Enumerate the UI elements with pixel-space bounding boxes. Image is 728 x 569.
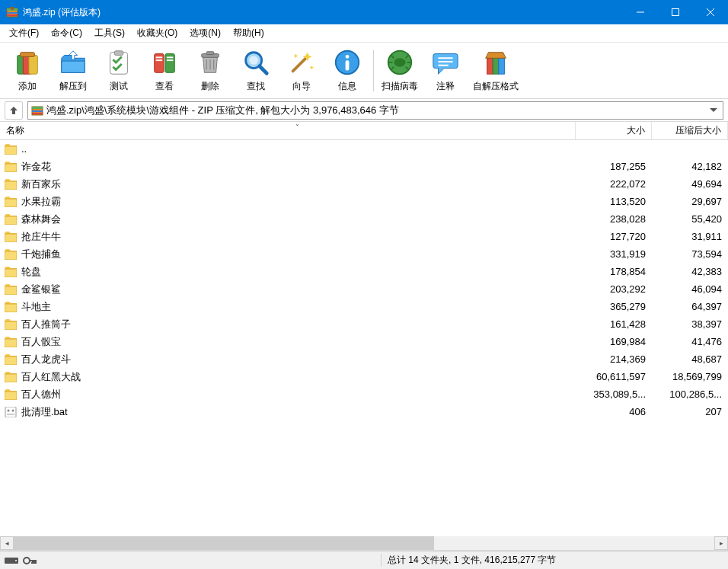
cell-name: 水果拉霸 bbox=[0, 195, 576, 209]
sort-indicator-icon: ⌄ bbox=[295, 122, 300, 127]
scroll-right-button[interactable]: ▸ bbox=[714, 536, 728, 550]
svg-rect-15 bbox=[156, 59, 163, 61]
path-box[interactable]: 鸿盛.zip\鸿盛\系统模块\游戏组件 - ZIP 压缩文件, 解包大小为 3,… bbox=[27, 101, 723, 120]
column-packed[interactable]: 压缩后大小 bbox=[652, 122, 728, 139]
info-button[interactable]: 信息 bbox=[324, 44, 370, 97]
test-button[interactable]: 测试 bbox=[96, 44, 142, 97]
table-row[interactable]: 百人德州353,089,5...100,286,5... bbox=[0, 385, 728, 403]
find-button[interactable]: 查找 bbox=[233, 44, 279, 97]
file-name: .. bbox=[21, 143, 27, 155]
sfx-button[interactable]: 自解压格式 bbox=[468, 44, 523, 97]
info-label: 信息 bbox=[338, 80, 356, 93]
table-row[interactable]: 百人龙虎斗214,36948,687 bbox=[0, 350, 728, 368]
svg-point-21 bbox=[249, 56, 257, 64]
scroll-track[interactable] bbox=[14, 536, 714, 550]
cell-size: 60,611,597 bbox=[576, 371, 652, 382]
toolbar: 添加 解压到 测试 查看 删除 查找 向导 信息 扫描病毒 注释 自解压格式 bbox=[0, 43, 728, 99]
table-row[interactable]: 千炮捕鱼331,91973,594 bbox=[0, 245, 728, 263]
delete-label: 删除 bbox=[201, 80, 219, 93]
cell-packed: 100,286,5... bbox=[652, 388, 728, 400]
table-row[interactable]: 批清理.bat406207 bbox=[0, 403, 728, 420]
svg-rect-5 bbox=[672, 9, 679, 16]
table-row[interactable]: 诈金花187,25542,182 bbox=[0, 158, 728, 175]
delete-button[interactable]: 删除 bbox=[187, 44, 233, 97]
add-button[interactable]: 添加 bbox=[5, 44, 50, 97]
up-arrow-icon bbox=[8, 105, 19, 116]
menu-file[interactable]: 文件(F) bbox=[3, 25, 45, 41]
cell-packed: 42,383 bbox=[652, 266, 728, 277]
svg-rect-11 bbox=[114, 51, 123, 56]
menu-fav[interactable]: 收藏夹(O) bbox=[131, 25, 184, 41]
menu-tools[interactable]: 工具(S) bbox=[88, 25, 131, 41]
cell-name: 千炮捕鱼 bbox=[0, 248, 576, 261]
cell-name: 斗地主 bbox=[0, 300, 576, 314]
cell-name: 批清理.bat bbox=[0, 405, 576, 419]
cell-size: 178,854 bbox=[576, 266, 652, 277]
path-dropdown-icon[interactable] bbox=[707, 108, 720, 113]
svg-rect-29 bbox=[499, 58, 505, 74]
scan-button[interactable]: 扫描病毒 bbox=[377, 44, 423, 97]
path-text: 鸿盛.zip\鸿盛\系统模块\游戏组件 - ZIP 压缩文件, 解包大小为 3,… bbox=[46, 104, 399, 117]
file-name: 百人推筒子 bbox=[21, 318, 71, 331]
table-row[interactable]: 水果拉霸113,52029,697 bbox=[0, 193, 728, 210]
svg-rect-13 bbox=[165, 54, 174, 73]
svg-rect-16 bbox=[167, 56, 174, 58]
cell-name: 百人红黑大战 bbox=[0, 370, 576, 384]
folder-icon bbox=[5, 144, 17, 155]
cell-size: 161,428 bbox=[576, 318, 652, 330]
view-button[interactable]: 查看 bbox=[142, 44, 187, 97]
minimize-button[interactable] bbox=[623, 0, 658, 24]
folder-icon bbox=[5, 389, 17, 400]
cell-name: 百人推筒子 bbox=[0, 318, 576, 331]
cell-size: 214,369 bbox=[576, 353, 652, 365]
folder-icon bbox=[5, 267, 17, 277]
cell-name: 诈金花 bbox=[0, 160, 576, 174]
up-button[interactable] bbox=[5, 101, 23, 120]
status-bar: 总计 14 文件夹, 1 文件, 416,215,277 字节 bbox=[0, 551, 728, 569]
scroll-thumb[interactable] bbox=[14, 536, 434, 550]
menu-cmd[interactable]: 命令(C) bbox=[45, 25, 88, 41]
window-title: 鸿盛.zip (评估版本) bbox=[23, 6, 623, 19]
extract-icon bbox=[59, 48, 88, 77]
table-row[interactable]: 百人推筒子161,42838,397 bbox=[0, 315, 728, 333]
cell-packed: 31,911 bbox=[652, 231, 728, 242]
table-row[interactable]: 森林舞会238,02855,420 bbox=[0, 210, 728, 228]
extract-label: 解压到 bbox=[59, 80, 87, 93]
folder-icon bbox=[5, 232, 17, 242]
scroll-left-button[interactable]: ◂ bbox=[0, 536, 14, 550]
table-row[interactable]: .. bbox=[0, 140, 728, 158]
table-row[interactable]: 金鲨银鲨203,29246,094 bbox=[0, 280, 728, 298]
comment-button[interactable]: 注释 bbox=[423, 44, 468, 97]
table-row[interactable]: 斗地主365,27964,397 bbox=[0, 298, 728, 315]
sfx-icon bbox=[481, 48, 510, 77]
table-row[interactable]: 新百家乐222,07249,694 bbox=[0, 175, 728, 193]
svg-point-35 bbox=[8, 409, 10, 411]
status-left bbox=[0, 556, 381, 565]
test-label: 测试 bbox=[110, 80, 128, 93]
view-label: 查看 bbox=[155, 80, 174, 93]
status-text: 总计 14 文件夹, 1 文件, 416,215,277 字节 bbox=[381, 554, 728, 567]
folder-icon bbox=[5, 302, 17, 312]
table-row[interactable]: 百人红黑大战60,611,59718,569,799 bbox=[0, 368, 728, 385]
column-name[interactable]: 名称 ⌄ bbox=[0, 122, 576, 139]
horizontal-scrollbar[interactable]: ◂ ▸ bbox=[0, 536, 728, 550]
file-icon bbox=[5, 407, 17, 417]
scan-icon bbox=[385, 48, 414, 77]
cell-packed: 46,094 bbox=[652, 283, 728, 295]
table-row[interactable]: 百人骰宝169,98441,476 bbox=[0, 333, 728, 350]
column-size[interactable]: 大小 bbox=[576, 122, 652, 139]
table-row[interactable]: 轮盘178,85442,383 bbox=[0, 263, 728, 280]
cell-packed: 55,420 bbox=[652, 213, 728, 225]
wizard-button[interactable]: 向导 bbox=[279, 44, 324, 97]
maximize-button[interactable] bbox=[658, 0, 693, 24]
list-body[interactable]: ..诈金花187,25542,182新百家乐222,07249,694水果拉霸1… bbox=[0, 140, 728, 536]
extract-button[interactable]: 解压到 bbox=[50, 44, 96, 97]
menu-opt[interactable]: 选项(N) bbox=[184, 25, 227, 41]
close-button[interactable] bbox=[693, 0, 728, 24]
cell-packed: 29,697 bbox=[652, 196, 728, 207]
table-row[interactable]: 抢庄牛牛127,72031,911 bbox=[0, 228, 728, 245]
svg-rect-31 bbox=[32, 107, 43, 109]
svg-rect-8 bbox=[29, 56, 37, 75]
menu-help[interactable]: 帮助(H) bbox=[227, 25, 270, 41]
cell-size: 203,292 bbox=[576, 283, 652, 295]
